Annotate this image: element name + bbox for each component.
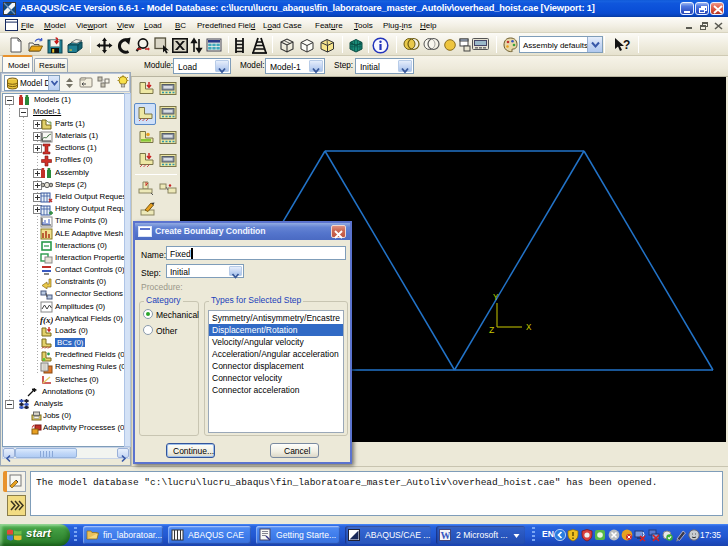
svg-text:X: X [526, 323, 532, 333]
svg-text:Z: Z [489, 326, 495, 336]
svg-text:W: W [441, 530, 451, 541]
svg-text:?: ? [623, 38, 630, 52]
svg-text:Y: Y [493, 293, 499, 303]
svg-text:f(x): f(x) [40, 315, 53, 325]
